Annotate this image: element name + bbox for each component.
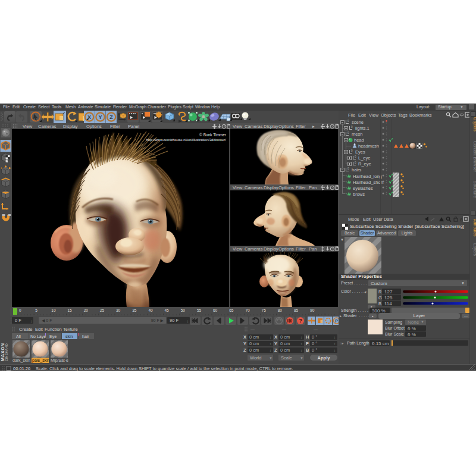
svg-text:80: 80: [278, 308, 283, 312]
svg-text:60: 60: [213, 308, 218, 312]
svg-text:15: 15: [68, 308, 73, 312]
svg-text:Create: Create: [19, 327, 33, 332]
svg-text:http://www.comichouse.nl/en/il: http://www.comichouse.nl/en/illustration…: [146, 138, 226, 142]
svg-text:All: All: [16, 334, 21, 339]
svg-text:skin: skin: [65, 334, 73, 339]
svg-text:Eyes: Eyes: [355, 149, 365, 155]
svg-text:↕: ↕: [270, 336, 271, 339]
svg-text:—: —: [282, 327, 286, 331]
svg-text:B: B: [306, 347, 309, 353]
svg-text:World: World: [250, 355, 261, 361]
svg-text:0 °: 0 °: [312, 347, 317, 353]
svg-text:R_eye: R_eye: [358, 161, 371, 167]
svg-text:5: 5: [35, 308, 37, 312]
svg-text:0: 0: [19, 308, 21, 312]
svg-text:0 °: 0 °: [312, 334, 317, 340]
svg-text:↕: ↕: [334, 349, 336, 352]
svg-text:—: —: [250, 327, 255, 331]
svg-text:X: X: [243, 334, 246, 340]
svg-text:0: 0: [347, 167, 349, 170]
svg-text:H: H: [306, 334, 309, 340]
svg-text:scene: scene: [352, 120, 364, 125]
svg-text:↕: ↕: [187, 320, 189, 323]
svg-text:◀ 0 F: ◀ 0 F: [42, 318, 52, 322]
svg-text:dark_skin: dark_skin: [12, 358, 30, 363]
svg-text:▼: ▼: [269, 356, 273, 360]
svg-text:0: 0: [355, 155, 356, 158]
svg-text:eyelashes: eyelashes: [353, 186, 373, 191]
svg-text:0 cm: 0 cm: [249, 347, 259, 353]
svg-text:mesh: mesh: [352, 131, 362, 137]
svg-text:© Bunk Timmer: © Bunk Timmer: [199, 133, 227, 137]
svg-text:Hairhead_short: Hairhead_short: [353, 180, 384, 185]
svg-text:0: 0: [347, 131, 349, 134]
svg-text:Hairhead_long: Hairhead_long: [353, 174, 382, 179]
svg-text:0: 0: [351, 149, 353, 152]
svg-text:25: 25: [100, 308, 105, 312]
svg-text:L_eye: L_eye: [358, 155, 370, 161]
svg-text:Z: Z: [243, 347, 246, 353]
svg-text:P: P: [335, 319, 338, 323]
svg-text:10: 10: [51, 308, 56, 312]
svg-text:brows: brows: [353, 192, 365, 197]
svg-text:0: 0: [351, 126, 353, 129]
svg-text:Eye: Eye: [49, 334, 57, 339]
svg-text:Y: Y: [243, 341, 246, 346]
svg-text:0 °: 0 °: [312, 341, 317, 346]
svg-text:Scale: Scale: [281, 355, 292, 361]
svg-text:No Layer: No Layer: [30, 334, 48, 339]
svg-text:Z: Z: [109, 114, 113, 120]
svg-text:↕: ↕: [334, 336, 336, 339]
svg-text:lights.1: lights.1: [355, 126, 369, 131]
svg-text:?: ?: [299, 318, 302, 324]
svg-text:0 cm: 0 cm: [280, 334, 290, 340]
svg-text:—: —: [314, 327, 318, 331]
svg-text:↕: ↕: [300, 342, 302, 346]
svg-text:35: 35: [132, 308, 137, 312]
svg-text:Mip/Sat-e: Mip/Sat-e: [51, 358, 68, 363]
svg-text:50: 50: [181, 308, 186, 312]
svg-text:P: P: [306, 341, 309, 346]
svg-text:↕: ↕: [300, 349, 302, 352]
svg-text:Apply: Apply: [318, 355, 331, 361]
svg-text:0 cm: 0 cm: [249, 341, 259, 346]
svg-text:↕: ↕: [300, 336, 302, 339]
svg-text:40: 40: [148, 308, 153, 312]
svg-text:X: X: [274, 334, 277, 340]
svg-text:45: 45: [165, 308, 170, 312]
svg-text:20: 20: [84, 308, 89, 312]
svg-text:headmesh: headmesh: [358, 143, 379, 149]
svg-text:30: 30: [116, 308, 121, 312]
svg-text:pale_skin: pale_skin: [32, 358, 50, 363]
svg-text:0 cm: 0 cm: [249, 334, 259, 340]
svg-text:Y: Y: [98, 114, 102, 120]
svg-text:↕: ↕: [270, 349, 271, 352]
svg-text:↕: ↕: [334, 342, 336, 346]
svg-text:Texture: Texture: [63, 327, 78, 332]
svg-text:70: 70: [245, 308, 250, 312]
svg-text:Edit: Edit: [35, 327, 43, 332]
svg-text:90 F: 90 F: [170, 318, 178, 323]
svg-text:55: 55: [197, 308, 202, 312]
svg-text:75: 75: [262, 308, 267, 312]
svg-text:Y: Y: [274, 341, 277, 346]
svg-text:hairs: hairs: [352, 167, 362, 173]
svg-text:Z: Z: [274, 347, 277, 353]
svg-text:0 F: 0 F: [15, 318, 21, 323]
svg-text:8: 8: [460, 217, 463, 223]
svg-text:0: 0: [355, 161, 356, 164]
svg-text:0 cm: 0 cm: [280, 341, 290, 346]
svg-text:0: 0: [347, 120, 349, 123]
svg-text:↕: ↕: [270, 342, 271, 346]
svg-text:85: 85: [294, 308, 299, 312]
svg-text:head: head: [354, 137, 364, 143]
svg-text:Function: Function: [45, 327, 62, 332]
svg-text:hair: hair: [82, 334, 89, 339]
svg-text:↕: ↕: [30, 320, 32, 323]
svg-text:90 F ▶: 90 F ▶: [151, 318, 164, 322]
svg-text:0 cm: 0 cm: [280, 347, 290, 353]
svg-text:65: 65: [229, 308, 234, 312]
svg-text:90: 90: [310, 308, 315, 312]
svg-text:▼: ▼: [300, 356, 303, 360]
